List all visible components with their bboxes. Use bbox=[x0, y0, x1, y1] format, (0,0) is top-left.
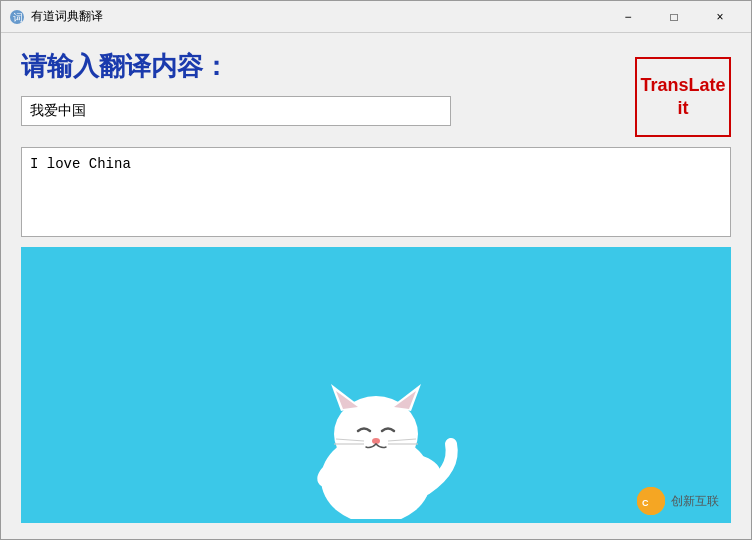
watermark-text: 创新互联 bbox=[671, 493, 719, 510]
title-bar-controls: − □ × bbox=[605, 1, 743, 33]
maximize-button[interactable]: □ bbox=[651, 1, 697, 33]
translate-button[interactable]: TransLate it bbox=[635, 57, 731, 137]
close-button[interactable]: × bbox=[697, 1, 743, 33]
watermark-logo: C bbox=[637, 487, 665, 515]
prompt-label: 请输入翻译内容： bbox=[21, 49, 615, 84]
main-content: 请输入翻译内容： TransLate it I love China bbox=[1, 33, 751, 539]
translation-input[interactable] bbox=[21, 96, 451, 126]
app-window: 词 有道词典翻译 − □ × 请输入翻译内容： TransLate it I l… bbox=[0, 0, 752, 540]
output-textarea[interactable]: I love China bbox=[21, 147, 731, 237]
left-section: 请输入翻译内容： bbox=[21, 49, 615, 126]
svg-text:词: 词 bbox=[13, 12, 23, 23]
svg-text:C: C bbox=[642, 498, 649, 508]
app-icon: 词 bbox=[9, 9, 25, 25]
cat-illustration bbox=[276, 359, 476, 523]
svg-point-8 bbox=[372, 438, 380, 444]
title-bar-text: 有道词典翻译 bbox=[31, 8, 605, 25]
title-bar: 词 有道词典翻译 − □ × bbox=[1, 1, 751, 33]
minimize-button[interactable]: − bbox=[605, 1, 651, 33]
header-row: 请输入翻译内容： TransLate it bbox=[21, 49, 731, 137]
image-section: C 创新互联 bbox=[21, 247, 731, 523]
watermark: C 创新互联 bbox=[637, 487, 719, 515]
